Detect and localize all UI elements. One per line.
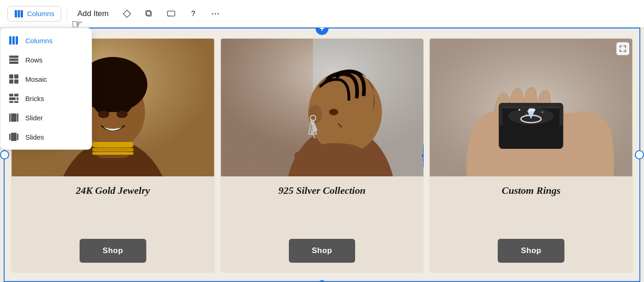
comment-icon-button[interactable] [163,6,179,22]
add-item-label: Add Item [77,9,109,18]
slides-menu-icon [9,132,19,142]
dropdown-item-columns[interactable]: Columns [0,31,92,50]
card-silver-image [220,39,424,176]
svg-rect-11 [16,36,18,45]
dropdown-item-bricks[interactable]: Bricks [0,89,92,108]
bricks-menu-icon [9,93,19,103]
help-icon: ? [191,10,196,18]
card-gold-shop-button[interactable]: Shop [80,239,146,263]
help-icon-button[interactable]: ? [185,6,201,22]
columns-menu-label: Columns [25,37,52,45]
expand-icon [620,45,626,52]
card-silver: + + 925 Silver Collection Shop [220,39,424,273]
rows-menu-icon [9,55,19,65]
svg-rect-12 [9,56,18,58]
svg-rect-18 [14,79,18,84]
svg-point-40 [116,111,127,118]
card-rings-image [429,39,633,176]
svg-point-66 [519,109,521,111]
more-icon-button[interactable] [207,6,224,22]
dropdown-item-mosaic[interactable]: Mosaic [0,69,92,89]
expand-button[interactable] [616,42,629,55]
card-rings-title: Custom Rings [497,176,565,202]
svg-rect-21 [9,97,16,100]
svg-point-38 [108,64,136,114]
main-content: + [0,28,644,282]
svg-rect-28 [9,134,11,140]
svg-rect-17 [9,79,13,84]
toolbar: Columns Add Item ? [0,0,644,28]
svg-rect-27 [17,113,18,122]
svg-rect-23 [9,101,13,103]
silver-jewelry-svg [220,39,424,176]
svg-rect-41 [92,142,133,147]
slider-menu-icon [9,113,19,123]
layout-dropdown: Columns Rows Mosaic [0,28,92,150]
svg-rect-29 [11,133,17,141]
svg-rect-14 [9,62,18,64]
svg-point-50 [308,105,322,124]
toolbar-divider [67,7,67,20]
card-silver-title: 925 Silver Collection [274,176,370,202]
svg-point-67 [542,112,543,113]
duplicate-icon-button[interactable] [141,6,157,22]
svg-rect-2 [21,10,23,17]
svg-rect-0 [15,10,17,17]
svg-rect-1 [18,10,20,17]
columns-menu-icon [9,35,19,45]
svg-rect-13 [9,59,18,61]
comment-icon [167,9,176,18]
columns-button[interactable]: Columns [7,6,61,22]
add-item-button[interactable]: Add Item [73,6,113,21]
mosaic-menu-label: Mosaic [25,75,47,83]
svg-rect-10 [12,36,15,45]
svg-rect-16 [14,74,18,79]
dropdown-item-rows[interactable]: Rows [0,50,92,69]
svg-rect-9 [9,36,12,45]
svg-rect-24 [14,101,18,103]
rows-menu-label: Rows [25,56,43,64]
svg-point-8 [218,13,219,14]
rings-svg [429,39,633,176]
svg-point-68 [526,114,527,115]
dropdown-item-slides[interactable]: Slides [0,127,92,147]
svg-point-39 [98,111,109,118]
diamond-icon-button[interactable] [119,6,135,22]
dropdown-item-slider[interactable]: Slider [0,108,92,127]
svg-rect-30 [17,134,18,140]
more-icon [211,9,220,18]
columns-icon [14,9,23,18]
diamond-icon [122,9,132,18]
duplicate-icon [144,9,154,18]
card-gold-title: 24K Gold Jewelry [71,176,155,202]
svg-rect-42 [92,148,133,152]
svg-rect-20 [14,94,18,96]
columns-grid: 24K Gold Jewelry Shop [0,28,644,282]
svg-rect-43 [92,152,133,155]
svg-rect-26 [11,113,17,122]
svg-point-7 [215,13,216,14]
svg-rect-19 [9,94,13,96]
svg-rect-25 [9,113,11,122]
svg-rect-22 [17,97,18,100]
slides-menu-label: Slides [25,133,44,141]
svg-point-52 [329,109,338,115]
card-rings-shop-button[interactable]: Shop [498,239,564,263]
card-rings: Custom Rings Shop [429,39,633,273]
columns-label: Columns [27,10,54,17]
svg-point-6 [212,13,213,14]
bricks-menu-label: Bricks [25,95,44,102]
slider-menu-label: Slider [25,114,43,122]
mosaic-menu-icon [9,74,19,84]
svg-rect-65 [503,107,560,108]
card-silver-shop-button[interactable]: Shop [289,239,356,263]
svg-rect-15 [9,74,13,79]
col-divider-2[interactable]: + + [421,39,424,273]
svg-rect-5 [167,11,175,16]
